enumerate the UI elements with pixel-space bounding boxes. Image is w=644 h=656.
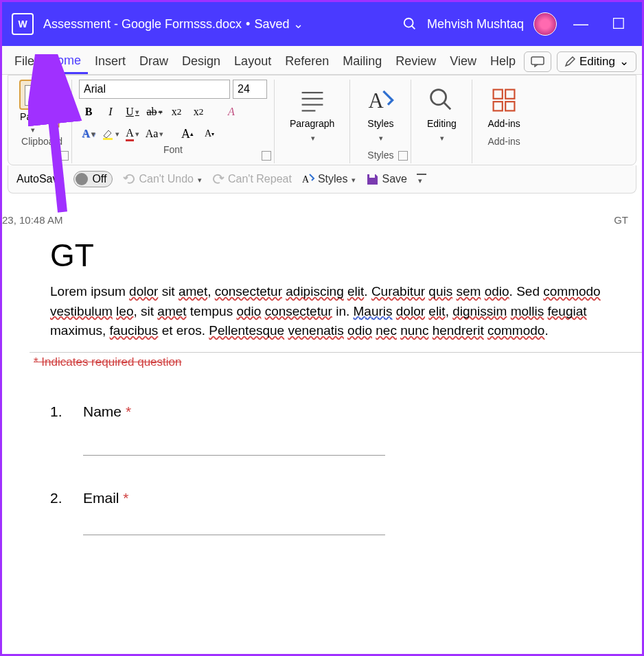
- clear-formatting-button[interactable]: A: [222, 103, 241, 121]
- svg-rect-2: [531, 57, 544, 65]
- save-button[interactable]: Save: [365, 172, 406, 186]
- font-name-select[interactable]: [79, 80, 230, 99]
- title-bar: W Assessment - Google Formsss.docx • Sav…: [2, 2, 642, 46]
- group-clipboard: Paste Clipboard: [12, 80, 72, 163]
- group-label-clipboard: Clipboard: [21, 136, 62, 147]
- format-painter-icon[interactable]: [49, 121, 65, 134]
- tab-layout[interactable]: Layout: [227, 50, 278, 73]
- filename-text: Assessment - Google Formsss.docx: [43, 17, 242, 32]
- user-avatar[interactable]: [533, 12, 557, 36]
- toggle-knob: [76, 173, 88, 185]
- chevron-down-icon: [310, 132, 315, 143]
- svg-rect-18: [505, 102, 514, 110]
- clipboard-dialog-launcher[interactable]: [59, 151, 69, 161]
- doc-title[interactable]: GT: [50, 237, 628, 274]
- subscript-button[interactable]: x2: [167, 103, 186, 121]
- question-label: Name: [83, 403, 122, 419]
- question-1[interactable]: 1. Name *: [50, 403, 628, 420]
- autosave-label: AutoSave: [16, 173, 64, 185]
- svg-point-4: [59, 91, 62, 95]
- answer-line-2[interactable]: [83, 534, 385, 535]
- group-addins: Add-ins Add-ins: [472, 80, 535, 163]
- editing-group-button[interactable]: Editing: [418, 80, 465, 148]
- ribbon-tabs: File Home Insert Draw Design Layout Refe…: [2, 46, 642, 75]
- qat-customize-button[interactable]: [417, 174, 426, 185]
- required-star: *: [123, 490, 128, 506]
- bold-button[interactable]: B: [79, 103, 98, 121]
- tab-view[interactable]: View: [443, 50, 483, 73]
- header-title: GT: [614, 214, 628, 226]
- document-title[interactable]: Assessment - Google Formsss.docx • Saved…: [43, 16, 303, 32]
- copy-icon[interactable]: [49, 102, 65, 115]
- addins-icon: [489, 85, 519, 115]
- tab-mailings[interactable]: Mailing: [336, 50, 389, 73]
- svg-point-0: [404, 19, 413, 27]
- autosave-toggle[interactable]: Off: [73, 171, 113, 187]
- grow-font-button[interactable]: A▴: [178, 125, 197, 143]
- group-editing: Editing: [411, 80, 472, 163]
- svg-line-1: [412, 26, 415, 30]
- tab-insert[interactable]: Insert: [88, 50, 133, 73]
- italic-button[interactable]: I: [101, 103, 120, 121]
- header-timestamp: 23, 10:48 AM: [2, 214, 62, 226]
- ribbon: Paste Clipboard B I U ab x2: [8, 75, 636, 165]
- search-icon[interactable]: [402, 16, 417, 32]
- autosave-state: Off: [92, 173, 106, 185]
- group-font: B I U ab x2 x2 A A A Aa A▴ A▾ Font: [72, 80, 275, 163]
- svg-rect-7: [103, 138, 113, 140]
- highlight-button[interactable]: [101, 125, 120, 143]
- required-note[interactable]: * Indicates required question: [34, 353, 628, 369]
- group-styles: A Styles Styles: [350, 80, 411, 163]
- tab-home[interactable]: Home: [41, 49, 88, 74]
- styles-button[interactable]: A Styles: [357, 80, 404, 148]
- svg-point-13: [431, 90, 446, 105]
- save-status: Saved: [254, 17, 289, 32]
- tab-design[interactable]: Design: [175, 50, 227, 73]
- question-2[interactable]: 2. Email *: [50, 490, 628, 506]
- svg-rect-17: [494, 102, 503, 110]
- font-color-button[interactable]: A: [123, 125, 142, 143]
- text-effects-button[interactable]: A: [79, 125, 98, 143]
- tab-file[interactable]: File: [8, 50, 41, 73]
- clipboard-icon: [19, 80, 45, 110]
- tab-draw[interactable]: Draw: [133, 50, 175, 73]
- superscript-button[interactable]: x2: [189, 103, 208, 121]
- font-size-select[interactable]: [233, 80, 267, 99]
- paragraph-icon: [297, 85, 327, 115]
- change-case-button[interactable]: Aa: [145, 125, 164, 143]
- shrink-font-button[interactable]: A▾: [200, 125, 219, 143]
- group-paragraph: Paragraph: [275, 80, 350, 163]
- strikethrough-button[interactable]: ab: [145, 103, 164, 121]
- comments-button[interactable]: [524, 51, 551, 72]
- paragraph-button[interactable]: Paragraph: [281, 80, 343, 148]
- addins-button[interactable]: Add-ins: [479, 80, 528, 134]
- comment-icon: [531, 56, 544, 67]
- tab-help[interactable]: Help: [483, 50, 522, 73]
- question-number: 2.: [50, 490, 69, 506]
- document-area[interactable]: 23, 10:48 AM GT GT Lorem ipsum dolor sit…: [2, 194, 642, 626]
- undo-icon: [122, 172, 136, 186]
- question-number: 1.: [50, 403, 69, 420]
- underline-button[interactable]: U: [123, 103, 142, 121]
- answer-line-1[interactable]: [83, 454, 385, 456]
- doc-paragraph[interactable]: Lorem ipsum dolor sit amet, consectetur …: [50, 282, 628, 341]
- user-name[interactable]: Mehvish Mushtaq: [427, 17, 524, 32]
- maximize-button[interactable]: ☐: [605, 15, 632, 33]
- styles-dialog-launcher[interactable]: [398, 151, 408, 161]
- svg-rect-15: [494, 90, 503, 99]
- paste-button[interactable]: Paste: [19, 80, 45, 134]
- cut-icon[interactable]: [49, 82, 65, 96]
- editing-mode-button[interactable]: Editing ⌄: [557, 51, 636, 72]
- svg-text:A: A: [369, 89, 384, 113]
- chevron-down-icon[interactable]: ⌄: [293, 16, 303, 32]
- minimize-button[interactable]: —: [566, 15, 595, 33]
- group-label-styles: Styles: [367, 150, 393, 161]
- font-dialog-launcher[interactable]: [262, 151, 271, 161]
- tab-review[interactable]: Review: [389, 50, 443, 73]
- undo-button: Can't Undo: [122, 172, 202, 186]
- save-icon: [365, 172, 379, 186]
- tab-references[interactable]: Referen: [278, 50, 336, 73]
- styles-qat-button[interactable]: A Styles: [301, 172, 356, 186]
- svg-point-3: [51, 91, 55, 95]
- page-header: 23, 10:48 AM GT: [2, 214, 642, 237]
